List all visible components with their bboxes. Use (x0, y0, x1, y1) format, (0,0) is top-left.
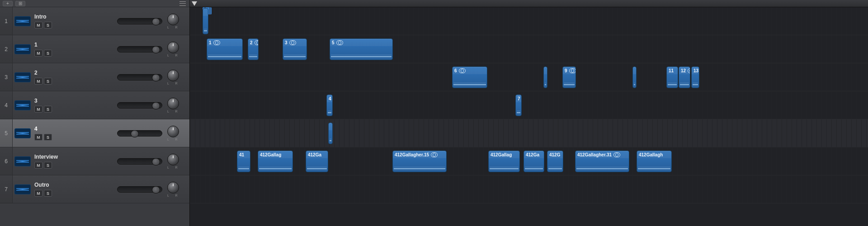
track-name-label[interactable]: 4 (34, 126, 115, 132)
track-name-label[interactable]: 1 (34, 42, 115, 48)
track-header-7[interactable]: 7OutroMSL R (0, 175, 189, 203)
volume-slider[interactable] (117, 46, 162, 52)
region-header: 11 (667, 67, 678, 74)
track-controls: L R (117, 63, 189, 91)
audio-region[interactable]: 7 (515, 94, 522, 116)
mute-button[interactable]: M (34, 78, 42, 85)
region-label: 4 (329, 96, 331, 101)
waveform-icon (14, 44, 31, 54)
waveform-icon (208, 56, 241, 57)
solo-button[interactable]: S (44, 106, 52, 113)
region-header: 412Gallagh (637, 151, 671, 158)
audio-region[interactable]: 412Gallagher.31 (575, 151, 629, 172)
arrange-lane-1[interactable] (190, 7, 868, 35)
track-number: 1 (0, 7, 13, 35)
audio-region[interactable]: 412Gallag (488, 151, 520, 172)
audio-region[interactable] (328, 122, 333, 144)
playhead-icon[interactable] (192, 1, 197, 6)
mute-button[interactable]: M (34, 134, 42, 141)
audio-region[interactable] (632, 66, 637, 88)
arrange-lane-3[interactable]: 69111213 (190, 63, 868, 91)
volume-slider[interactable] (117, 74, 162, 80)
audio-region[interactable]: 9 (562, 66, 576, 88)
track-header-5[interactable]: 54MSL R (0, 119, 189, 147)
arrange-area[interactable]: 1235691112134741412Gallag412Ga412Gallagh… (190, 0, 868, 226)
audio-region[interactable] (543, 66, 547, 88)
waveform-icon (517, 112, 520, 113)
audio-region[interactable]: 2 (248, 38, 259, 60)
solo-button[interactable]: S (44, 162, 52, 169)
duplicate-track-button[interactable]: ⊞ (15, 1, 25, 6)
audio-region[interactable]: 5 (330, 38, 393, 60)
pan-knob[interactable] (167, 182, 179, 193)
arrange-lane-7[interactable] (190, 175, 868, 203)
region-label: 11 (669, 68, 674, 73)
volume-slider[interactable] (117, 186, 162, 193)
audio-region[interactable]: 11 (666, 66, 678, 88)
track-header-4[interactable]: 43MSL R (0, 91, 189, 119)
pan-knob[interactable] (167, 14, 179, 25)
waveform-icon (525, 168, 543, 169)
track-header-3[interactable]: 32MSL R (0, 63, 189, 91)
audio-region[interactable]: 412Ga (306, 151, 328, 172)
track-header-6[interactable]: 6InterviewMSL R (0, 147, 189, 175)
region-header: 12 (679, 67, 690, 74)
solo-button[interactable]: S (44, 190, 52, 197)
waveform-icon (576, 168, 628, 169)
track-name-label[interactable]: Interview (34, 154, 115, 160)
track-controls: L R (117, 119, 189, 147)
mute-button[interactable]: M (34, 22, 42, 28)
solo-button[interactable]: S (44, 22, 52, 28)
audio-region[interactable]: 412Gallagh (637, 151, 672, 172)
mute-button[interactable]: M (34, 190, 42, 197)
mute-button[interactable]: M (34, 50, 42, 56)
audio-region[interactable]: 1 (207, 38, 243, 60)
audio-region[interactable]: 412G (547, 151, 563, 172)
audio-region[interactable]: 12 (679, 66, 690, 88)
volume-slider[interactable] (117, 130, 162, 137)
audio-region[interactable] (203, 8, 208, 34)
mute-button[interactable]: M (34, 106, 42, 113)
audio-region[interactable]: 4 (326, 94, 333, 116)
add-track-button[interactable]: + (3, 1, 13, 6)
pan-knob[interactable] (167, 42, 179, 53)
waveform-icon (331, 56, 392, 57)
audio-region[interactable]: 412Gallagher.15 (392, 151, 447, 172)
track-thumbnail (13, 7, 33, 35)
track-header-2[interactable]: 21MSL R (0, 35, 189, 63)
solo-button[interactable]: S (44, 134, 52, 141)
pan-knob[interactable] (167, 154, 179, 165)
track-controls: L R (117, 147, 189, 175)
track-name-label[interactable]: Intro (34, 14, 115, 20)
audio-region[interactable]: 412Ga (524, 151, 544, 172)
audio-region[interactable]: 412Gallag (258, 151, 293, 172)
audio-region[interactable]: 3 (283, 38, 307, 60)
audio-region[interactable]: 41 (237, 151, 250, 172)
pan-knob[interactable] (167, 126, 179, 137)
pan-label: L R (167, 54, 180, 57)
audio-region[interactable]: 6 (452, 66, 487, 88)
timeline-ruler[interactable] (190, 0, 868, 7)
track-name-label[interactable]: 3 (34, 98, 115, 104)
pan-knob[interactable] (167, 70, 179, 81)
solo-button[interactable]: S (44, 78, 52, 85)
arrange-lane-5[interactable] (190, 119, 868, 147)
track-name-label[interactable]: 2 (34, 70, 115, 76)
volume-slider[interactable] (117, 18, 162, 24)
track-header-1[interactable]: 1IntroMSL R (0, 7, 189, 35)
track-menu-icon[interactable] (179, 1, 187, 6)
arrange-lane-2[interactable]: 1235 (190, 35, 868, 63)
arrange-lane-6[interactable]: 41412Gallag412Ga412Gallagher.15412Gallag… (190, 147, 868, 175)
track-thumbnail (13, 119, 33, 147)
solo-button[interactable]: S (44, 50, 52, 56)
mute-button[interactable]: M (34, 162, 42, 169)
audio-region[interactable]: 13 (691, 66, 699, 88)
volume-slider[interactable] (117, 158, 162, 165)
track-thumbnail (13, 63, 33, 91)
track-info: 3MS (33, 91, 117, 119)
region-label: 12 (681, 68, 686, 73)
arrange-lane-4[interactable]: 47 (190, 91, 868, 119)
pan-knob[interactable] (167, 98, 179, 109)
volume-slider[interactable] (117, 102, 162, 108)
track-name-label[interactable]: Outro (34, 182, 115, 188)
